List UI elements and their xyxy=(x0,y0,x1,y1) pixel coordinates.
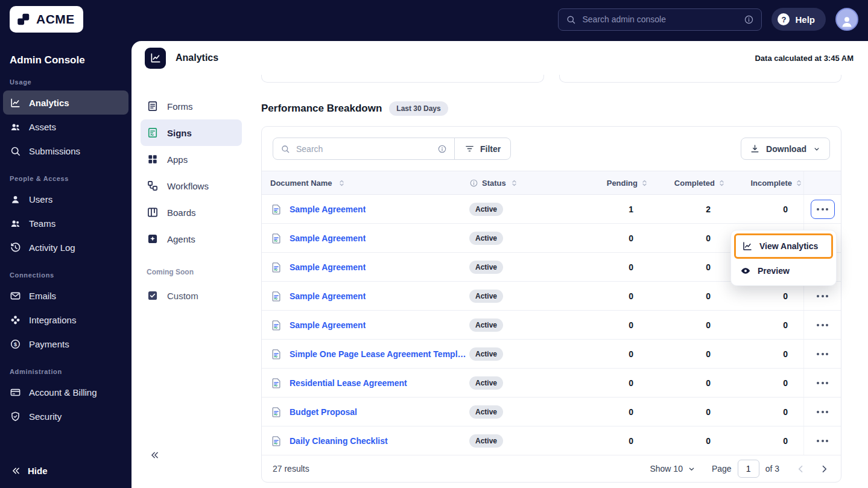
sidebar-item-analytics[interactable]: Analytics xyxy=(3,90,128,115)
sidebar-item-label: Submissions xyxy=(29,146,80,156)
sidebar-item-label: Assets xyxy=(29,122,56,132)
sort-icon[interactable] xyxy=(510,179,519,188)
column-header-status: Status xyxy=(469,179,572,188)
subnav-item-agents[interactable]: Agents xyxy=(141,226,242,252)
row-actions-button[interactable] xyxy=(811,373,835,393)
sidebar-item-teams[interactable]: Teams xyxy=(3,211,128,235)
info-icon[interactable] xyxy=(744,14,754,25)
double-chevron-left-icon xyxy=(11,466,21,476)
sidebar-item-submissions[interactable]: Submissions xyxy=(3,139,128,163)
chevron-right-icon xyxy=(819,463,830,475)
sidebar-item-security[interactable]: Security xyxy=(3,404,128,428)
double-chevron-left-icon xyxy=(150,450,160,460)
pending-count: 0 xyxy=(629,378,649,388)
row-actions-button[interactable] xyxy=(811,431,835,451)
document-link[interactable]: Sample Agreement xyxy=(290,204,366,214)
document-icon xyxy=(270,319,282,331)
subnav-item-label: Boards xyxy=(167,208,196,218)
user-avatar[interactable] xyxy=(835,8,858,31)
line-chart-icon xyxy=(150,52,162,64)
row-actions-button-open[interactable] xyxy=(811,200,835,219)
sidebar-item-assets[interactable]: Assets xyxy=(3,115,128,139)
document-link[interactable]: Sample Agreement xyxy=(290,320,366,330)
filter-button[interactable]: Filter xyxy=(455,138,510,159)
search-icon xyxy=(280,144,290,154)
info-icon[interactable] xyxy=(469,179,478,188)
sort-icon[interactable] xyxy=(640,179,649,188)
subnav-item-custom[interactable]: Custom xyxy=(141,282,242,309)
column-label: Completed xyxy=(674,179,715,188)
pending-count: 0 xyxy=(629,407,649,417)
sort-icon[interactable] xyxy=(794,179,803,188)
subnav-item-boards[interactable]: Boards xyxy=(141,199,242,226)
admin-search-input[interactable] xyxy=(582,14,738,24)
subnav-item-signs[interactable]: Signs xyxy=(141,119,242,146)
pager xyxy=(795,463,830,475)
page-number-input[interactable] xyxy=(738,460,759,478)
row-actions-button[interactable] xyxy=(811,287,835,306)
subnav-item-label: Forms xyxy=(167,101,193,112)
sidebar-item-label: Security xyxy=(29,411,62,422)
previous-page-button[interactable] xyxy=(795,463,806,475)
subnav-item-workflows[interactable]: Workflows xyxy=(141,173,242,199)
sidebar-section-administration: Administration xyxy=(0,356,131,380)
page-size-select[interactable]: Show 10 xyxy=(650,464,695,474)
pagination-controls: Show 10 Page of 3 xyxy=(650,460,830,478)
table-row: Sample Agreement Active 1 2 0 xyxy=(262,195,841,224)
subnav-item-apps[interactable]: Apps xyxy=(141,146,242,173)
page-size-label: Show 10 xyxy=(650,464,682,474)
sidebar-item-account-billing[interactable]: Account & Billing xyxy=(3,380,128,404)
pending-count: 0 xyxy=(629,436,649,446)
subnav-item-label: Apps xyxy=(167,154,188,165)
sidebar-item-label: Emails xyxy=(29,291,56,301)
help-button[interactable]: Help xyxy=(771,8,826,31)
download-button[interactable]: Download xyxy=(741,138,830,160)
sidebar-item-payments[interactable]: Payments xyxy=(3,332,128,356)
document-icon xyxy=(270,203,282,215)
line-chart-icon xyxy=(10,97,21,109)
menu-item-label: View Analytics xyxy=(759,241,818,251)
pending-count: 0 xyxy=(629,291,649,301)
document-link[interactable]: Sample Agreement xyxy=(290,291,366,301)
table-header-row: Document Name Status Pending xyxy=(262,171,841,195)
line-chart-icon xyxy=(742,241,753,252)
sidebar-item-activity-log[interactable]: Activity Log xyxy=(3,235,128,259)
document-link[interactable]: Sample Agreement xyxy=(290,262,366,272)
table-search[interactable] xyxy=(273,138,454,159)
sidebar-item-emails[interactable]: Emails xyxy=(3,284,128,308)
pending-count: 0 xyxy=(629,233,649,243)
pending-count: 0 xyxy=(629,262,649,272)
column-label: Status xyxy=(482,179,506,188)
menu-item-preview[interactable]: Preview xyxy=(734,259,833,282)
subnav-item-forms[interactable]: Forms xyxy=(141,93,242,119)
menu-item-view-analytics[interactable]: View Analytics xyxy=(734,233,833,259)
sort-icon[interactable] xyxy=(717,179,726,188)
acme-logo[interactable]: ACME xyxy=(10,6,83,33)
subnav-collapse-button[interactable] xyxy=(131,450,252,488)
document-link[interactable]: Residential Lease Agreement xyxy=(290,378,407,388)
sidebar-item-label: Teams xyxy=(29,218,55,229)
sidebar-item-integrations[interactable]: Integrations xyxy=(3,308,128,332)
status-badge: Active xyxy=(469,376,503,390)
sidebar-item-label: Users xyxy=(29,194,52,204)
document-link[interactable]: Budget Proposal xyxy=(290,407,357,417)
status-badge: Active xyxy=(469,405,503,419)
forms-icon xyxy=(147,100,159,112)
document-link[interactable]: Simple One Page Lease Agreement Template xyxy=(290,349,469,359)
document-link[interactable]: Sample Agreement xyxy=(290,233,366,243)
sidebar-hide-button[interactable]: Hide xyxy=(0,466,131,476)
integrations-icon xyxy=(10,314,21,326)
document-link[interactable]: Daily Cleaning Checklist xyxy=(290,436,388,446)
admin-console-search[interactable] xyxy=(558,8,762,31)
sidebar-item-users[interactable]: Users xyxy=(3,187,128,211)
row-actions-button[interactable] xyxy=(811,402,835,422)
info-icon[interactable] xyxy=(437,144,447,154)
row-actions-button[interactable] xyxy=(811,315,835,335)
next-page-button[interactable] xyxy=(819,463,830,475)
document-icon xyxy=(270,232,282,244)
table-search-input[interactable] xyxy=(296,144,431,154)
row-actions-button[interactable] xyxy=(811,344,835,364)
page-header: Analytics Data calculated at 3:45 AM xyxy=(131,41,868,75)
brand-name: ACME xyxy=(36,12,75,27)
sort-icon[interactable] xyxy=(337,179,346,188)
